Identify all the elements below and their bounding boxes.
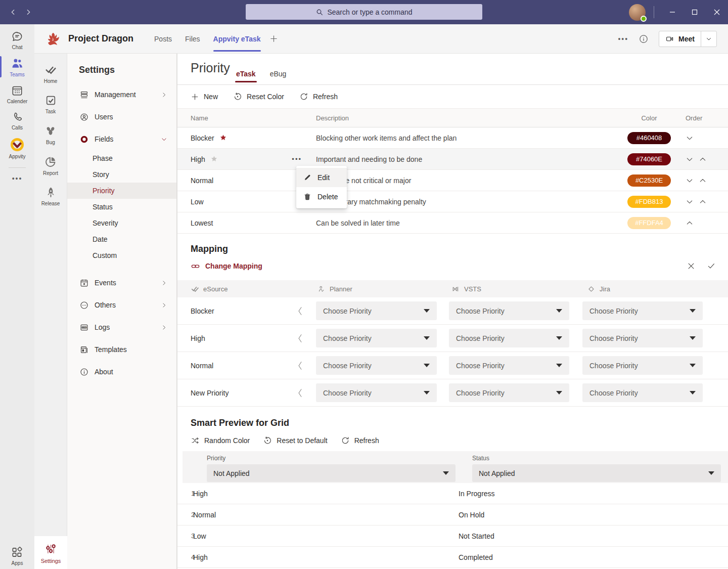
collapse-chevron-left-icon[interactable] [294,333,316,344]
color-pill[interactable]: #C2530E [627,174,671,187]
new-button[interactable]: New [191,93,218,101]
color-pill[interactable]: #FFDFA4 [627,217,671,229]
star-outline-icon[interactable] [210,155,218,163]
priority-row-high[interactable]: High ••• Important and needing to be don… [177,149,728,170]
jira-priority-select[interactable]: Choose Priority [582,356,703,375]
preview-row[interactable]: 3 Low Not Started [177,526,728,547]
planner-priority-select[interactable]: Choose Priority [316,301,437,320]
meet-button[interactable]: Meet [659,31,717,47]
minimize-button[interactable] [661,0,684,24]
sidebar-item-fields[interactable]: Fields [67,128,176,150]
sidebar-item-priority[interactable]: Priority [67,183,176,199]
tab-appvity-etask[interactable]: Appvity eTask [207,24,267,53]
move-up-icon[interactable] [699,155,707,163]
move-up-icon[interactable] [699,177,707,185]
vsts-priority-select[interactable]: Choose Priority [449,383,569,402]
change-mapping-button[interactable]: Change Mapping [191,261,262,271]
module-item-task[interactable]: Task [34,89,67,119]
sidebar-item-about[interactable]: About [67,361,176,383]
rail-item-apps[interactable]: Apps [0,542,34,569]
module-item-bug[interactable]: Bug [34,119,67,150]
jira-priority-select[interactable]: Choose Priority [582,301,703,320]
move-up-icon[interactable] [686,219,694,227]
collapse-chevron-left-icon[interactable] [294,305,316,317]
cancel-x-icon[interactable] [687,261,696,271]
preview-row[interactable]: 2 Normal On Hold [177,504,728,526]
move-down-icon[interactable] [686,177,694,185]
sidebar-item-management[interactable]: Management [67,83,176,106]
row-more-icon[interactable]: ••• [292,155,302,163]
rail-item-calendar[interactable]: Calender [0,80,34,107]
tab-etask[interactable]: eTask [235,70,257,84]
rail-item-chat[interactable]: Chat [0,26,34,53]
priority-row-low[interactable]: Low porary matchmaking penalty #FDB813 [177,191,728,212]
maximize-button[interactable] [684,0,706,24]
collapse-chevron-left-icon[interactable] [294,360,316,371]
module-item-settings[interactable]: Settings [34,536,67,569]
meet-dropdown-chevron-icon[interactable] [701,36,716,42]
move-up-icon[interactable] [699,198,707,206]
refresh-button[interactable]: Refresh [341,436,379,445]
vsts-priority-select[interactable]: Choose Priority [449,301,569,320]
context-menu-edit[interactable]: Edit [296,168,347,187]
vsts-priority-select[interactable]: Choose Priority [449,329,569,347]
nav-forward-icon[interactable] [24,8,32,16]
preview-row[interactable]: 1 High In Progress [177,483,728,504]
reset-color-button[interactable]: Reset Color [233,92,284,101]
reset-to-default-button[interactable]: Reset to Default [263,436,327,445]
sidebar-item-severity[interactable]: Severity [67,215,176,231]
users-icon [79,112,89,122]
context-menu-delete[interactable]: Delete [296,187,347,206]
module-item-home[interactable]: Home [34,58,67,89]
more-options-icon[interactable]: ••• [618,35,628,43]
priority-filter-select[interactable]: Not Applied [207,464,456,482]
sidebar-item-phase[interactable]: Phase [67,150,176,166]
rail-item-teams[interactable]: Teams [0,53,34,80]
priority-row-lowest[interactable]: Lowest Can be solved in later time #FFDF… [177,212,728,234]
search-input[interactable]: Search or type a command [246,4,482,20]
sidebar-item-custom[interactable]: Custom [67,247,176,264]
planner-priority-select[interactable]: Choose Priority [316,329,437,347]
rail-item-more[interactable]: ••• [0,171,34,186]
jira-priority-select[interactable]: Choose Priority [582,383,703,402]
tab-posts[interactable]: Posts [148,24,178,53]
jira-priority-select[interactable]: Choose Priority [582,329,703,347]
move-down-icon[interactable] [686,155,694,163]
planner-priority-select[interactable]: Choose Priority [316,356,437,375]
status-filter-select[interactable]: Not Applied [472,464,721,482]
tab-ebug[interactable]: eBug [269,70,288,84]
priority-row-normal[interactable]: Normal are not critical or major #C2530E [177,170,728,191]
random-color-button[interactable]: Random Color [191,436,250,445]
color-pill[interactable]: #74060E [627,153,671,165]
refresh-button[interactable]: Refresh [299,92,338,101]
priority-row-blocker[interactable]: Blocker Blocking other work items and af… [177,127,728,149]
sidebar-item-users[interactable]: Users [67,106,176,128]
module-item-report[interactable]: Report [34,150,67,181]
collapse-chevron-left-icon[interactable] [294,387,316,399]
nav-back-icon[interactable] [9,8,17,16]
planner-priority-select[interactable]: Choose Priority [316,383,437,402]
sidebar-item-templates[interactable]: Templates [67,338,176,361]
preview-row[interactable]: 4 High Completed [177,547,728,568]
sidebar-item-logs[interactable]: LOG Logs [67,316,176,338]
color-pill[interactable]: #FDB813 [627,196,671,208]
sidebar-item-story[interactable]: Story [67,166,176,183]
confirm-check-icon[interactable] [707,261,716,271]
close-button[interactable] [706,0,728,24]
color-pill[interactable]: #460408 [627,132,671,144]
tab-files[interactable]: Files [178,24,207,53]
vsts-priority-select[interactable]: Choose Priority [449,356,569,375]
sidebar-item-status[interactable]: Status [67,199,176,215]
module-item-release[interactable]: Release [34,181,67,211]
move-down-icon[interactable] [686,198,694,206]
info-icon[interactable] [639,34,649,44]
rail-item-calls[interactable]: Calls [0,107,34,134]
add-tab-button[interactable] [269,34,278,43]
star-filled-icon[interactable] [219,134,228,142]
avatar[interactable] [629,4,646,21]
sidebar-item-events[interactable]: Events [67,272,176,294]
sidebar-item-date[interactable]: Date [67,231,176,247]
move-down-icon[interactable] [686,134,694,142]
rail-item-appvity[interactable]: Appvity [0,134,34,162]
sidebar-item-others[interactable]: Others [67,294,176,316]
